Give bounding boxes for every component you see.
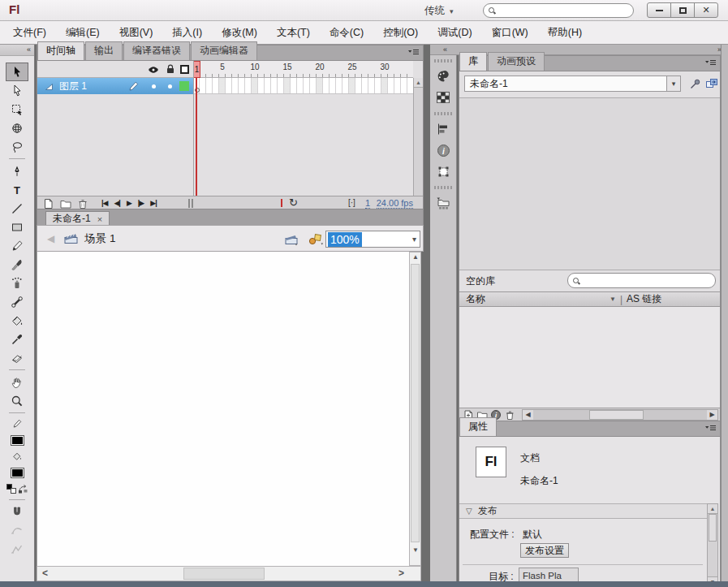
horizontal-scroll-thumb[interactable] (183, 568, 265, 580)
dock-grip[interactable] (434, 186, 452, 189)
tools-collapse-header[interactable]: « (0, 45, 34, 56)
close-button[interactable]: ✕ (694, 2, 718, 18)
tab-compiler-errors[interactable]: 编译器错误 (123, 41, 190, 60)
menu-window[interactable]: 窗口(W) (482, 23, 538, 43)
frame-ruler[interactable]: 1 5 10 15 20 25 30 (193, 61, 413, 78)
current-frame-value[interactable]: 1 (365, 198, 370, 209)
fill-color-swatch[interactable] (11, 468, 24, 478)
eraser-tool[interactable] (6, 348, 28, 367)
library-item-list[interactable] (459, 307, 720, 408)
lasso-tool[interactable] (6, 137, 28, 156)
document-name-value[interactable]: 未命名-1 (520, 474, 558, 488)
zoom-tool[interactable] (6, 391, 28, 410)
panel-menu-icon[interactable] (704, 425, 717, 432)
subselection-tool[interactable] (6, 81, 28, 100)
tab-motion-presets[interactable]: 动画预设 (488, 52, 545, 71)
delete-layer-button[interactable] (76, 197, 88, 209)
zoom-level-combobox[interactable]: 100% ▾ (325, 231, 420, 248)
pencil-tool[interactable] (6, 236, 28, 255)
layer-row[interactable]: 图层 1 (37, 78, 193, 94)
pane-resize-grip[interactable] (188, 199, 193, 208)
menu-edit[interactable]: 编辑(E) (56, 23, 110, 43)
scroll-down-icon[interactable]: ▼ (412, 546, 419, 554)
show-hide-layers-icon[interactable] (148, 64, 159, 76)
paint-bucket-tool[interactable] (6, 311, 28, 330)
swap-colors-icon[interactable] (18, 484, 28, 494)
maximize-button[interactable] (670, 2, 695, 18)
stage-vertical-scrollbar[interactable]: ▲ ▼ (409, 252, 421, 566)
name-column-header[interactable]: 名称 (466, 292, 485, 306)
default-colors-button[interactable] (6, 484, 16, 494)
scroll-thumb[interactable] (589, 410, 644, 420)
menu-commands[interactable]: 命令(C) (320, 23, 373, 43)
tab-timeline[interactable]: 时间轴 (37, 41, 84, 60)
pen-tool[interactable] (6, 162, 28, 180)
dock-grip[interactable] (434, 59, 452, 63)
edit-scene-button[interactable] (285, 233, 299, 246)
scroll-thumb[interactable] (709, 514, 717, 542)
timeline-vertical-scrollbar[interactable]: ▲ (413, 78, 423, 196)
lock-layers-icon[interactable] (165, 63, 176, 75)
workspace-switcher[interactable]: 传统▾ (424, 4, 454, 18)
modify-markers-button[interactable]: [·] (348, 198, 355, 207)
linkage-column-header[interactable]: AS 链接 (627, 292, 661, 306)
goto-first-frame-button[interactable]: |◀ (101, 199, 107, 207)
tab-output[interactable]: 输出 (85, 41, 123, 60)
layer-outline-color-swatch[interactable] (179, 81, 189, 91)
selection-tool[interactable] (6, 63, 28, 81)
brush-tool[interactable] (6, 255, 28, 274)
menu-control[interactable]: 控制(O) (373, 23, 428, 43)
layer-frames-row[interactable] (193, 78, 413, 94)
menu-insert[interactable]: 插入(I) (162, 23, 212, 43)
edit-symbols-button[interactable] (308, 232, 324, 246)
panel-menu-icon[interactable] (407, 49, 420, 56)
layer-name[interactable]: 图层 1 (59, 80, 87, 93)
menu-text[interactable]: 文本(T) (267, 23, 320, 43)
eyedropper-tool[interactable] (6, 330, 28, 348)
goto-last-frame-button[interactable]: ▶| (150, 199, 156, 207)
stage-canvas[interactable] (37, 252, 409, 566)
help-search-input[interactable] (483, 3, 634, 18)
menu-help[interactable]: 帮助(H) (538, 23, 592, 43)
new-library-panel-icon[interactable] (705, 77, 718, 89)
dock-grip[interactable] (434, 112, 452, 115)
scroll-up-icon[interactable]: ▲ (414, 78, 423, 88)
scroll-right-icon[interactable]: ▶ (707, 410, 717, 420)
3d-rotation-tool[interactable] (6, 119, 28, 137)
vertical-scroll-thumb[interactable] (411, 264, 420, 542)
rectangle-tool[interactable] (6, 218, 28, 236)
timeline-pane-divider[interactable] (193, 61, 194, 196)
new-folder-button[interactable] (59, 197, 71, 209)
document-tab-close-icon[interactable]: × (97, 214, 102, 224)
free-transform-tool[interactable] (6, 100, 28, 119)
stage-horizontal-scrollbar[interactable]: < > (37, 566, 421, 581)
step-back-button[interactable]: ◀| (114, 199, 119, 207)
stroke-color-swatch[interactable] (11, 435, 24, 446)
menu-file[interactable]: 文件(F) (3, 23, 56, 43)
zoom-level-value[interactable]: 100% (328, 232, 362, 247)
pin-library-icon[interactable] (689, 78, 701, 90)
layer-visible-dot[interactable] (152, 84, 156, 88)
right-dock-strip[interactable] (721, 45, 728, 587)
swatches-panel-icon[interactable] (433, 88, 454, 107)
hand-tool[interactable] (6, 373, 28, 391)
panel-menu-icon[interactable] (704, 59, 717, 67)
tab-properties[interactable]: 属性 (459, 417, 497, 436)
document-tab[interactable]: 未命名-1 × (45, 211, 110, 226)
play-button[interactable]: ▶ (127, 199, 131, 207)
publish-settings-button[interactable]: 发布设置 (520, 543, 569, 558)
deco-tool[interactable] (6, 274, 28, 292)
snap-to-objects-option[interactable] (6, 503, 28, 521)
menu-modify[interactable]: 修改(M) (212, 23, 267, 43)
frame-rate-value[interactable]: 24.00 fps (377, 198, 413, 209)
line-tool[interactable] (6, 199, 28, 218)
collapse-left-icon[interactable]: « (443, 45, 447, 54)
scroll-right-icon[interactable]: > (398, 568, 404, 579)
sort-arrow-icon[interactable]: ▼ (610, 296, 616, 303)
menu-view[interactable]: 视图(V) (110, 23, 163, 43)
select-chevron-down-icon[interactable]: ▾ (666, 76, 680, 91)
step-forward-button[interactable]: |▶ (138, 199, 144, 207)
info-panel-icon[interactable]: i (433, 140, 454, 160)
loop-icon[interactable]: ↻ (289, 196, 298, 209)
scroll-left-icon[interactable]: < (42, 568, 48, 579)
